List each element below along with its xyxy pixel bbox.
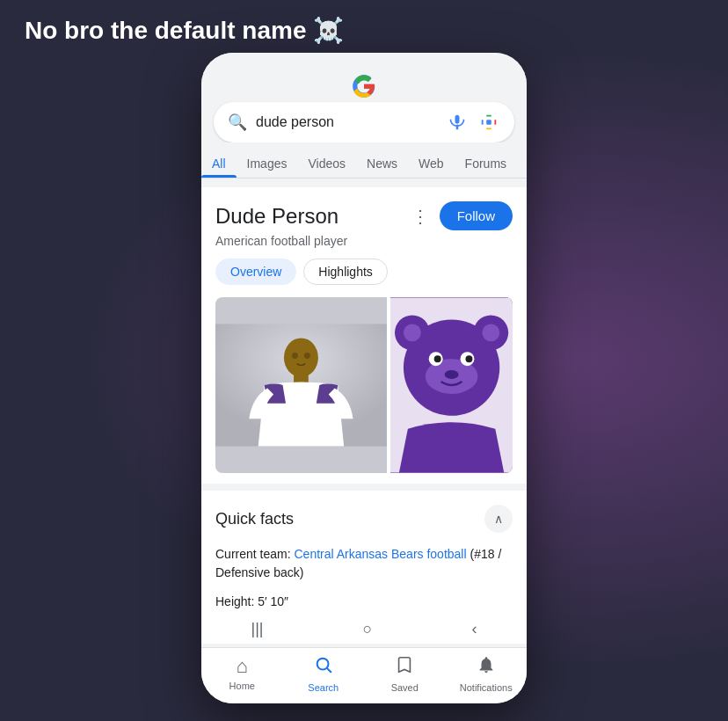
entity-images[interactable] [215,297,513,473]
nav-label-search: Search [308,682,339,693]
phone-frame: 🔍 dude person [201,53,527,703]
svg-rect-0 [486,120,491,125]
follow-button[interactable]: Follow [440,201,513,230]
google-logo [352,74,376,98]
tab-news[interactable]: News [356,149,408,178]
svg-point-18 [444,370,458,379]
android-nav-bar: ||| ○ ‹ [201,615,527,644]
svg-point-11 [404,324,421,341]
search-bar[interactable]: 🔍 dude person [214,102,514,142]
fact-value-height: 5′ 10″ [258,594,288,608]
entity-image-secondary[interactable] [390,297,513,473]
knowledge-panel: Dude Person ⋮ Follow American football p… [201,187,527,484]
tab-images[interactable]: Images [237,149,298,178]
quick-facts-header: Quick facts ∧ [215,505,513,533]
nav-label-home: Home [229,681,255,691]
entity-name: Dude Person [215,204,339,229]
fact-label-team: Current team: [215,547,294,561]
nav-item-saved[interactable]: Saved [378,655,431,693]
more-options-button[interactable]: ⋮ [408,202,433,230]
entity-tab-overview[interactable]: Overview [215,259,296,285]
entity-actions: ⋮ Follow [408,201,513,230]
notifications-icon [477,655,496,680]
search-query: dude person [256,114,437,130]
fact-height: Height: 5′ 10″ [215,593,513,611]
svg-point-12 [482,324,499,341]
svg-point-6 [304,353,310,359]
tab-web[interactable]: Web [408,149,455,178]
lens-icon[interactable] [477,111,500,134]
home-icon: ⌂ [237,655,248,678]
search-tabs: All Images Videos News Web Forums [201,142,527,178]
search-nav-icon [314,655,333,680]
tab-all[interactable]: All [201,149,237,178]
mic-icon[interactable] [446,111,469,134]
bottom-nav: ⌂ Home Search Saved [201,647,527,703]
page-title: No bro the default name ☠️ [25,16,344,45]
android-back-button[interactable]: ‹ [471,620,477,638]
fact-link-team[interactable]: Central Arkansas Bears football [294,547,466,561]
google-logo-area [214,67,514,102]
search-container: 🔍 dude person [201,53,527,142]
fact-label-height: Height: [215,594,258,608]
saved-icon [395,655,414,680]
nav-item-home[interactable]: ⌂ Home [215,655,268,693]
nav-item-search[interactable]: Search [297,655,350,693]
fact-current-team: Current team: Central Arkansas Bears foo… [215,545,513,582]
nav-label-saved: Saved [391,682,419,693]
entity-image-main[interactable] [215,297,387,473]
svg-point-3 [284,338,318,377]
entity-tabs: Overview Highlights [215,259,513,285]
nav-label-notifications: Notifications [460,682,513,693]
search-actions [446,111,500,134]
title-text: No bro the default name ☠️ [25,16,344,45]
nav-item-notifications[interactable]: Notifications [460,655,513,693]
entity-tab-highlights[interactable]: Highlights [303,259,387,285]
entity-type: American football player [215,234,513,248]
entity-header: Dude Person ⋮ Follow [215,201,513,230]
svg-point-17 [465,355,472,362]
android-recents-button[interactable]: ||| [251,620,264,638]
tab-forums[interactable]: Forums [455,149,517,178]
search-icon: 🔍 [228,113,247,132]
svg-line-20 [327,668,331,672]
quick-facts-title: Quick facts [215,510,294,528]
tab-videos[interactable]: Videos [297,149,356,178]
collapse-button[interactable]: ∧ [484,505,513,533]
svg-point-16 [434,355,441,362]
svg-point-5 [292,353,298,359]
android-home-button[interactable]: ○ [363,620,373,638]
